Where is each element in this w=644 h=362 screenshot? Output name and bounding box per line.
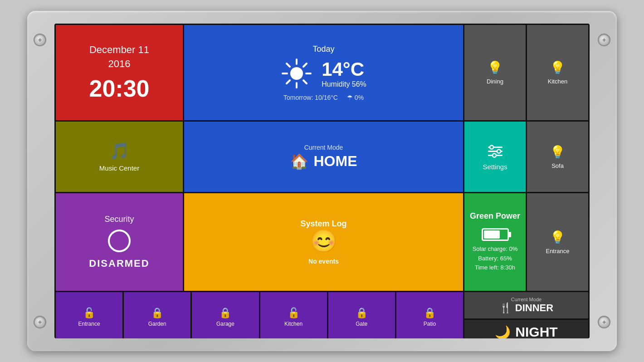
screen: December 11 2016 20:30 Today [54,24,590,338]
lock-icon: 🔒 [424,307,436,319]
security-title: Security [104,215,134,224]
mode-value: HOME [314,153,357,170]
sun-icon [281,58,312,89]
screw-top-right [598,34,610,46]
power-details: Solar charge: 0% Battery: 65% Time left:… [473,245,518,273]
weather-tile[interactable]: Today 14°C [184,25,463,120]
power-title: Green Power [470,211,520,221]
kitchen-label: Kitchen [548,78,567,85]
weather-humidity: Humidity 56% [322,80,366,88]
screw-bottom-right [598,316,610,328]
power-tile[interactable]: Green Power Solar charge: 0% Battery: 65… [464,193,526,291]
light-entrance-tile[interactable]: 💡 Entrance [527,193,588,291]
svg-line-5 [287,64,290,67]
lock-garage-label: Garage [216,321,234,327]
lock-row: 🔓 Entrance 🔒 Garden 🔒 Garage 🔓 Kitchen 🔒… [56,292,463,338]
datetime-tile[interactable]: December 11 2016 20:30 [56,25,183,120]
settings-tile[interactable]: Settings [464,122,526,192]
lock-icon: 🔒 [219,307,231,319]
music-icon: 🎵 [109,142,130,161]
lock-kitchen[interactable]: 🔓 Kitchen [260,292,327,338]
syslog-tile[interactable]: System Log 😊 No events [184,193,463,291]
unlock-icon: 🔓 [83,307,95,319]
lock-icon: 🔒 [356,307,368,319]
weather-rain: ☂ 0% [347,94,364,101]
bulb-on-icon: 💡 [487,60,503,75]
battery-level: Battery: 65% [473,254,518,264]
security-tile[interactable]: Security DISARMED [56,193,183,291]
lock-gate-label: Gate [356,321,367,327]
mode-home-tile[interactable]: Current Mode 🏠 HOME [184,122,463,192]
dinner-mode-label: Current Mode [511,297,542,302]
settings-icon [487,143,503,159]
smiley-icon: 😊 [310,229,337,254]
lock-garden-label: Garden [148,321,166,327]
svg-point-12 [490,146,493,149]
mode-block: Current Mode 🍴 DINNER 🌙 NIGHT [464,292,588,338]
music-tile[interactable]: 🎵 Music Center [56,122,183,192]
weather-today-label: Today [312,44,334,54]
unlock-icon: 🔓 [288,307,300,319]
time-left: Time left: 8:30h [473,263,518,273]
bulb-on-icon: 💡 [550,60,566,75]
light-kitchen-tile[interactable]: 💡 Kitchen [527,25,588,120]
settings-label: Settings [483,163,507,171]
lock-kitchen-label: Kitchen [284,321,302,327]
mode-label: Current Mode [304,144,343,151]
lock-entrance-label: Entrance [78,321,100,327]
svg-line-6 [303,80,307,83]
fork-icon: 🍴 [499,302,512,314]
bulb-on-icon: 💡 [550,145,566,160]
security-status: DISARMED [89,258,149,269]
syslog-title: System Log [300,219,346,229]
lock-gate[interactable]: 🔒 Gate [328,292,395,338]
lock-patio-label: Patio [424,321,436,327]
music-label: Music Center [99,164,139,172]
light-sofa-tile[interactable]: 💡 Sofa [527,122,588,192]
dinner-tile[interactable]: Current Mode 🍴 DINNER [464,292,588,318]
time-display: 20:30 [89,75,150,102]
date-display: December 11 2016 [89,43,149,71]
night-mode-value: NIGHT [515,324,557,338]
svg-line-8 [287,80,290,83]
screw-top-left [34,34,46,46]
svg-point-0 [290,67,303,80]
moon-icon: 🌙 [495,325,511,339]
lock-garden[interactable]: 🔒 Garden [124,292,190,338]
bulb-on-icon: 💡 [550,230,566,245]
lock-patio[interactable]: 🔒 Patio [396,292,463,338]
sofa-label: Sofa [551,162,564,169]
solar-charge: Solar charge: 0% [473,245,518,254]
lock-icon: 🔒 [151,307,163,319]
syslog-status: No events [308,258,339,265]
svg-line-7 [303,64,307,67]
battery-icon [482,228,509,241]
device-frame: December 11 2016 20:30 Today [27,11,617,351]
svg-point-13 [497,150,501,153]
dinner-mode-value: DINNER [515,302,553,314]
home-icon: 🏠 [290,153,308,170]
entrance-light-label: Entrance [546,248,569,254]
light-dining-tile[interactable]: 💡 Dining [464,25,526,120]
weather-tomorrow-text: Tomorrow: 10/16°C [283,94,338,101]
night-tile[interactable]: 🌙 NIGHT [464,320,588,338]
screw-bottom-left [34,316,46,328]
weather-temp: 14°C [322,59,366,80]
lock-garage[interactable]: 🔒 Garage [192,292,259,338]
dining-label: Dining [487,78,503,85]
svg-point-14 [493,154,496,157]
disarmed-icon [108,230,131,252]
lock-entrance[interactable]: 🔓 Entrance [56,292,122,338]
